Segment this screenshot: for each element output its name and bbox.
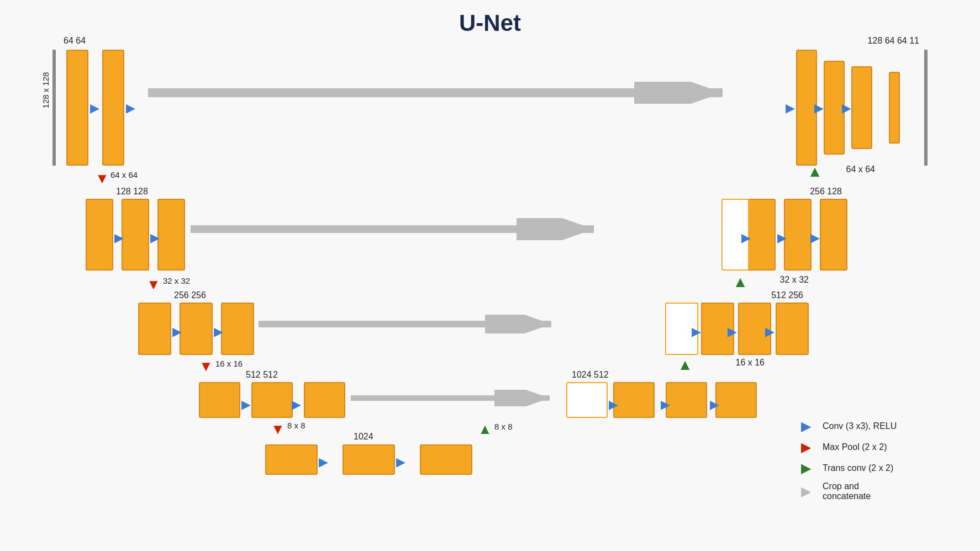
label-r3-size: 32 x 32 — [163, 276, 190, 285]
label-r2-size: 64 x 64 — [110, 170, 138, 179]
legend-item-blue: ▶ Conv (3 x3), RELU — [795, 418, 950, 434]
block-r2-1 — [86, 199, 113, 271]
label-r1-top: 64 64 — [64, 36, 86, 46]
diagram: U-Net 64 64 128 x 128 ▶ ▶ 128 64 64 11 ▶… — [0, 0, 980, 551]
label-r3-right-top: 512 256 — [771, 290, 803, 300]
label-r4-top: 512 512 — [246, 370, 278, 380]
legend-green-text: Trans conv (2 x 2) — [823, 463, 893, 473]
blue-arrow-r1-1: ▶ — [90, 101, 99, 115]
block-r1-1 — [66, 50, 88, 166]
output-bar — [924, 50, 928, 166]
block-r4-r2 — [613, 382, 655, 418]
blue-arrow-r4-r2: ▶ — [661, 398, 670, 412]
label-r2-right-top: 256 128 — [810, 187, 842, 197]
block-r5-1 — [265, 444, 318, 475]
crop-arrow-r4 — [351, 390, 561, 406]
blue-arrow-r2-2: ▶ — [150, 231, 160, 245]
block-r2-3 — [157, 199, 185, 271]
block-r2-2 — [122, 199, 149, 271]
blue-arrow-r1-r2: ▶ — [814, 101, 824, 115]
legend-gray-text-1: Crop and — [823, 481, 871, 491]
blue-arrow-r3-2: ▶ — [214, 325, 223, 339]
block-r3-1 — [138, 303, 171, 355]
label-r1-right-size: 64 x 64 — [846, 165, 875, 174]
block-r1-2 — [102, 50, 124, 166]
red-arrow-r3: ▼ — [146, 276, 161, 293]
block-r4-r3 — [666, 382, 707, 418]
label-r5-top: 1024 — [354, 432, 373, 442]
label-r2-right-size: 32 x 32 — [780, 275, 809, 285]
label-r3-right-size: 16 x 16 — [736, 358, 765, 368]
blue-arrow-r4-1: ▶ — [241, 398, 251, 412]
label-r4-right-top: 1024 512 — [572, 370, 609, 380]
block-r4-r4 — [715, 382, 757, 418]
blue-arrow-r2-r2: ▶ — [777, 231, 787, 245]
block-r4-1 — [199, 382, 240, 418]
legend-green-icon: ▶ — [795, 460, 817, 476]
legend: ▶ Conv (3 x3), RELU ▶ Max Pool (2 x 2) ▶… — [795, 418, 950, 507]
blue-arrow-r3-1: ▶ — [172, 325, 182, 339]
input-bar — [52, 50, 56, 166]
legend-item-green: ▶ Trans conv (2 x 2) — [795, 460, 950, 476]
label-r2-top: 128 128 — [116, 187, 148, 197]
label-r1-size: 128 x 128 — [41, 68, 50, 113]
blue-arrow-r2-r1: ▶ — [741, 231, 751, 245]
green-arrow-r3: ▲ — [677, 356, 693, 374]
block-r5-2 — [343, 444, 395, 475]
label-r3-top: 256 256 — [174, 290, 206, 300]
block-r3-3 — [221, 303, 254, 355]
block-r1-r3 — [851, 66, 872, 149]
legend-red-icon: ▶ — [795, 439, 817, 455]
green-arrow-r1: ▲ — [807, 163, 823, 181]
page-title: U-Net — [0, 10, 980, 36]
block-r4-r1-white — [566, 382, 608, 418]
blue-arrow-r5-1: ▶ — [319, 455, 328, 469]
green-arrow-r5: ▲ — [478, 421, 492, 438]
blue-arrow-r4-r1: ▶ — [609, 398, 618, 412]
red-arrow-r4: ▼ — [199, 358, 213, 375]
blue-arrow-r1-r3: ▶ — [842, 101, 851, 115]
blue-arrow-r1-2: ▶ — [126, 101, 135, 115]
blue-arrow-r1-r1: ▶ — [786, 101, 795, 115]
blue-arrow-r3-r1: ▶ — [692, 325, 701, 339]
legend-gray-icon: ▶ — [795, 484, 817, 499]
label-r1-right-top: 128 64 64 11 — [868, 36, 919, 46]
legend-gray-text-container: Crop and concatenate — [823, 481, 871, 501]
green-arrow-r2: ▲ — [733, 273, 748, 291]
crop-arrow-r1 — [148, 82, 734, 104]
block-r2-r1 — [748, 199, 776, 271]
label-r5-down-size: 8 x 8 — [287, 421, 305, 430]
blue-arrow-r4-r3: ▶ — [710, 398, 719, 412]
blue-arrow-r4-2: ▶ — [292, 398, 301, 412]
block-r5-3 — [420, 444, 472, 475]
red-arrow-r5: ▼ — [271, 421, 285, 438]
legend-gray-text-2: concatenate — [823, 491, 871, 501]
blue-arrow-r5-2: ▶ — [396, 455, 405, 469]
blue-arrow-r3-r3: ▶ — [765, 325, 774, 339]
crop-arrow-r3 — [259, 315, 562, 333]
label-r5-up-size: 8 x 8 — [494, 422, 513, 431]
block-r4-2 — [251, 382, 293, 418]
blue-arrow-r2-1: ▶ — [114, 231, 124, 245]
legend-red-text: Max Pool (2 x 2) — [823, 442, 887, 452]
legend-blue-icon: ▶ — [795, 418, 817, 434]
crop-arrow-r2 — [191, 218, 605, 240]
blue-arrow-r3-r2: ▶ — [728, 325, 737, 339]
legend-item-red: ▶ Max Pool (2 x 2) — [795, 439, 950, 455]
legend-item-gray: ▶ Crop and concatenate — [795, 481, 950, 501]
block-r3-2 — [180, 303, 213, 355]
block-r1-r4 — [889, 72, 900, 144]
block-r2-r3 — [820, 199, 847, 271]
block-r4-3 — [304, 382, 345, 418]
block-r2-r2 — [784, 199, 812, 271]
label-r4-size: 16 x 16 — [215, 359, 243, 368]
legend-blue-text: Conv (3 x3), RELU — [823, 421, 897, 431]
block-r3-r3 — [776, 303, 809, 355]
red-arrow-r2: ▼ — [95, 170, 109, 187]
blue-arrow-r2-r3: ▶ — [810, 231, 820, 245]
